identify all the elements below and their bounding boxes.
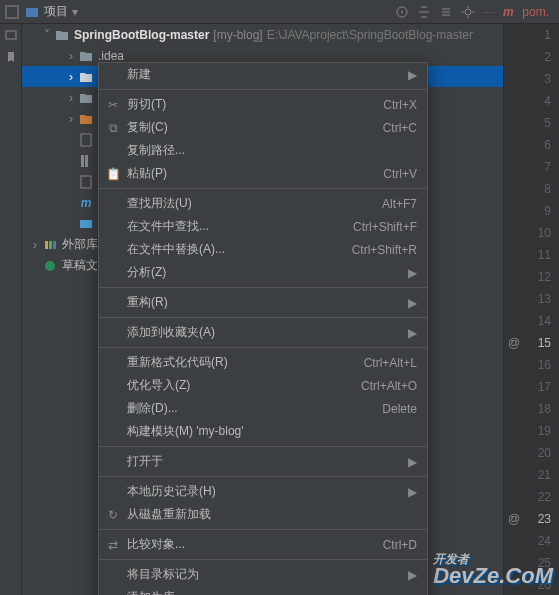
- file-icon: [78, 132, 94, 148]
- menu-separator: [99, 559, 427, 560]
- svg-rect-13: [53, 241, 56, 249]
- menu-copy-path[interactable]: 复制路径...: [99, 139, 427, 162]
- menu-reload[interactable]: ↻从磁盘重新加载: [99, 503, 427, 526]
- line-20: 20: [504, 442, 559, 464]
- menu-find-usage[interactable]: 查找用法(U)Alt+F7: [99, 192, 427, 215]
- svg-rect-8: [85, 155, 88, 167]
- menu-compare[interactable]: ⇄比较对象...Ctrl+D: [99, 533, 427, 556]
- svg-rect-5: [6, 31, 16, 39]
- line-18: 18: [504, 398, 559, 420]
- folder-icon: [78, 111, 94, 127]
- chevron-right-icon[interactable]: ›: [64, 91, 78, 105]
- menu-build[interactable]: 构建模块(M) 'my-blog': [99, 420, 427, 443]
- project-path: E:\JAVAproject\SpringBootBlog-master: [267, 28, 473, 42]
- line-4: 4: [504, 90, 559, 112]
- svg-rect-12: [49, 241, 52, 249]
- external-label: 外部库: [62, 236, 98, 253]
- line-14: 14: [504, 310, 559, 332]
- toolbar-divider: —: [482, 5, 494, 19]
- menu-separator: [99, 287, 427, 288]
- svg-point-4: [465, 9, 471, 15]
- menu-new[interactable]: 新建▶: [99, 63, 427, 86]
- submenu-arrow-icon: ▶: [408, 455, 417, 469]
- menu-favorites[interactable]: 添加到收藏夹(A)▶: [99, 321, 427, 344]
- file-icon: [78, 153, 94, 169]
- menu-find-files[interactable]: 在文件中查找...Ctrl+Shift+F: [99, 215, 427, 238]
- left-rail: [0, 24, 22, 595]
- svg-rect-7: [81, 155, 84, 167]
- submenu-arrow-icon: ▶: [408, 296, 417, 310]
- locate-icon[interactable]: [394, 4, 410, 20]
- chevron-right-icon[interactable]: ›: [64, 112, 78, 126]
- menu-add-lib[interactable]: 添加为库...: [99, 586, 427, 595]
- line-3: 3: [504, 68, 559, 90]
- tool-window-icon: [4, 4, 20, 20]
- line-5: 5: [504, 112, 559, 134]
- svg-rect-9: [81, 176, 91, 188]
- line-11: 11: [504, 244, 559, 266]
- submenu-arrow-icon: ▶: [408, 266, 417, 280]
- line-1: 1: [504, 24, 559, 46]
- menu-optimize[interactable]: 优化导入(Z)Ctrl+Alt+O: [99, 374, 427, 397]
- project-dropdown-arrow[interactable]: ▾: [72, 5, 78, 19]
- menu-separator: [99, 317, 427, 318]
- folder-icon: [54, 27, 70, 43]
- submenu-arrow-icon: ▶: [408, 485, 417, 499]
- chevron-right-icon[interactable]: ›: [64, 70, 78, 84]
- clipboard-icon: 📋: [105, 167, 121, 181]
- rail-bookmark-button[interactable]: [0, 46, 21, 68]
- menu-replace-files[interactable]: 在文件中替换(A)...Ctrl+Shift+R: [99, 238, 427, 261]
- line-25: 25: [504, 552, 559, 574]
- line-10: 10: [504, 222, 559, 244]
- menu-mark-dir[interactable]: 将目录标记为▶: [99, 563, 427, 586]
- line-16: 16: [504, 354, 559, 376]
- collapse-icon[interactable]: [438, 4, 454, 20]
- menu-delete[interactable]: 删除(D)...Delete: [99, 397, 427, 420]
- file-icon: [78, 174, 94, 190]
- menu-refactor[interactable]: 重构(R)▶: [99, 291, 427, 314]
- svg-rect-6: [81, 134, 91, 146]
- svg-rect-1: [26, 8, 38, 17]
- editor-gutter: 1 2 3 4 5 6 7 8 9 10 11 12 13 14 @15 16 …: [503, 24, 559, 595]
- menu-cut[interactable]: ✂剪切(T)Ctrl+X: [99, 93, 427, 116]
- menu-reformat[interactable]: 重新格式化代码(R)Ctrl+Alt+L: [99, 351, 427, 374]
- scissors-icon: ✂: [105, 98, 121, 112]
- reload-icon: ↻: [105, 508, 121, 522]
- chevron-right-icon[interactable]: ›: [64, 49, 78, 63]
- menu-separator: [99, 347, 427, 348]
- menu-separator: [99, 476, 427, 477]
- chevron-right-icon[interactable]: ›: [28, 238, 42, 252]
- line-24: 24: [504, 530, 559, 552]
- branch-label: [my-blog]: [213, 28, 262, 42]
- menu-open-in[interactable]: 打开于▶: [99, 450, 427, 473]
- project-icon: [24, 4, 40, 20]
- svg-point-3: [401, 11, 403, 13]
- menu-paste[interactable]: 📋粘贴(P)Ctrl+V: [99, 162, 427, 185]
- scratch-icon: [42, 258, 58, 274]
- folder-icon: [78, 90, 94, 106]
- diff-icon: ⇄: [105, 538, 121, 552]
- pom-tab[interactable]: pom.: [522, 5, 549, 19]
- expand-icon[interactable]: [416, 4, 432, 20]
- rail-project-button[interactable]: [0, 24, 21, 46]
- line-22: 22: [504, 486, 559, 508]
- line-19: 19: [504, 420, 559, 442]
- line-12: 12: [504, 266, 559, 288]
- menu-local-history[interactable]: 本地历史记录(H)▶: [99, 480, 427, 503]
- line-26: 26: [504, 574, 559, 595]
- gear-icon[interactable]: [460, 4, 476, 20]
- tree-root[interactable]: ˅ SpringBootBlog-master [my-blog] E:\JAV…: [22, 24, 503, 45]
- chevron-down-icon[interactable]: ˅: [40, 28, 54, 42]
- submenu-arrow-icon: ▶: [408, 568, 417, 582]
- pom-tab-icon[interactable]: m: [500, 4, 516, 20]
- submenu-arrow-icon: ▶: [408, 68, 417, 82]
- line-21: 21: [504, 464, 559, 486]
- line-6: 6: [504, 134, 559, 156]
- menu-analyze[interactable]: 分析(Z)▶: [99, 261, 427, 284]
- folder-icon: [78, 69, 94, 85]
- line-15: @15: [504, 332, 559, 354]
- copy-icon: ⧉: [105, 121, 121, 135]
- menu-copy[interactable]: ⧉复制(C)Ctrl+C: [99, 116, 427, 139]
- svg-rect-0: [6, 6, 18, 18]
- line-9: 9: [504, 200, 559, 222]
